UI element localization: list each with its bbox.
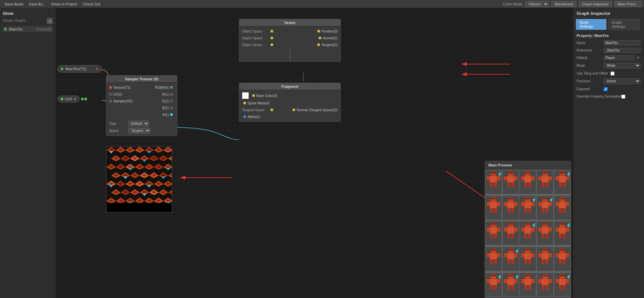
inspector-mode-select[interactable]: White Black Gray Bump	[604, 63, 641, 68]
sidebar-item-dot	[4, 28, 7, 31]
fragment-sprite-mask-dot	[243, 102, 246, 104]
sprite-cell	[520, 246, 537, 272]
sidebar-title: Glow	[3, 11, 53, 16]
save-as-button[interactable]: Save As...	[27, 1, 48, 7]
check-out-button[interactable]: Check Out	[81, 1, 102, 7]
uv0-out-dot-1	[81, 98, 84, 100]
sprite-cell	[502, 170, 519, 195]
sidebar-item-label: MainTex	[9, 27, 23, 31]
inspector-default-input[interactable]	[604, 55, 635, 60]
sprite-cell	[520, 170, 537, 195]
graph-inspector-tab-button[interactable]: Graph Inspector	[579, 1, 612, 7]
sprite-cell	[502, 272, 519, 297]
graph-settings-subtab[interactable]: Graph Settings	[608, 19, 640, 30]
vertex-position-out-dot	[317, 30, 320, 33]
maintex-pill-node[interactable]: MainTex(T2) ⊗	[58, 65, 102, 73]
inspector-subtabs: Node Settings Graph Settings	[573, 18, 644, 32]
save-asset-button[interactable]: Save Asset	[3, 1, 25, 7]
inspector-mode-row: Mode White Black Gray Bump	[573, 62, 644, 70]
maintex-label: MainTex(T2)	[65, 67, 86, 71]
sample-texture-node[interactable]: Sample Texture 2D Texture(T2) UV(2)	[106, 75, 177, 136]
inspector-reference-input[interactable]	[604, 48, 641, 53]
sprite-cell	[554, 170, 571, 195]
sample-texture-header: Sample Texture 2D	[106, 76, 177, 83]
sprite-cell	[520, 221, 537, 246]
sample-tex-input-sampler: Sampler(SS)	[106, 98, 152, 104]
inspector-override-row: Override Property Declaration	[573, 93, 644, 100]
sample-tex-output-g: G(1)	[159, 98, 176, 104]
vertex-port-tangent: Object Space Tangent(3)	[239, 41, 340, 48]
canvas: Vertex Object Space Position(3) Object S…	[56, 8, 644, 298]
sample-tex-g-dot	[170, 100, 173, 102]
sample-tex-output-rgba: RGBA(4)	[152, 84, 176, 91]
sample-tex-space-row: Space Tangent	[106, 127, 177, 134]
white-color-swatch[interactable]	[242, 92, 249, 99]
fragment-port-alpha: Alpha(1)	[239, 113, 340, 120]
color-mode-label: Color Mode	[503, 2, 522, 6]
inspector-title: Graph Inspector	[573, 8, 644, 18]
sprite-cell	[554, 246, 571, 272]
inspector-section-title: Property: MainTex	[573, 32, 644, 39]
sprite-cell	[520, 272, 537, 297]
node-settings-subtab[interactable]: Node Settings	[576, 19, 606, 30]
sprite-cell	[537, 246, 554, 272]
inspector-exposed-checkbox[interactable]	[604, 87, 608, 91]
sprite-cell	[554, 272, 571, 297]
uv0-pill-node[interactable]: UV0 ▼	[58, 96, 87, 102]
fragment-normal-in-dot	[270, 108, 273, 111]
main-preview-content	[485, 170, 571, 297]
sprite-cell	[485, 246, 502, 272]
main-preview-title: Main Preview	[485, 161, 571, 170]
sidebar-add-button[interactable]: +	[47, 18, 53, 24]
vertex-tangent-out-dot	[317, 43, 320, 46]
vertex-position-dot	[270, 30, 273, 33]
sidebar-item-maintex[interactable]: MainTex Texture2D	[3, 26, 53, 32]
inspector-exposed-row: Exposed	[573, 85, 644, 93]
sprite-cell	[485, 272, 502, 297]
fragment-port-normal: Tangent Space Normal (Tangent Space)(3)	[239, 106, 340, 113]
main-preview-panel: Main Preview	[485, 161, 571, 298]
uv0-arrow-icon[interactable]: ▼	[73, 97, 77, 101]
fragment-base-color-dot	[252, 94, 255, 97]
inspector-tiling-row: Use Tiling and Offset	[573, 70, 644, 77]
color-mode-select[interactable]: <None>	[525, 1, 549, 7]
uv0-pill[interactable]: UV0 ▼	[58, 96, 80, 102]
sprite-cell	[502, 195, 519, 221]
vertex-port-position: Object Space Position(3)	[239, 28, 340, 35]
sprite-cell	[502, 221, 519, 246]
sample-tex-type-select[interactable]: Default	[128, 121, 149, 126]
vertex-node-header: Vertex	[239, 19, 340, 26]
show-in-project-button[interactable]: Show In Project	[49, 1, 79, 7]
uv0-out-dot-2	[84, 98, 87, 100]
eye-icon[interactable]: 👁	[636, 56, 641, 60]
maintex-active-dot	[61, 67, 63, 70]
inspector-tiling-checkbox[interactable]	[610, 72, 615, 76]
maintex-error-icon: ⊗	[95, 66, 99, 71]
main-preview-tab-button[interactable]: Main Previ...	[615, 1, 641, 7]
sprite-cell	[537, 195, 554, 221]
texture-preview	[106, 146, 172, 213]
toolbar: Save Asset Save As... Show In Project Ch…	[0, 0, 644, 8]
sprite-cell	[485, 170, 502, 195]
fragment-node[interactable]: Fragment Base Color(3) Sprite Mask(4) Ta…	[239, 83, 341, 122]
inspector-reference-row: Reference	[573, 47, 644, 54]
sample-tex-space-select[interactable]: Tangent	[128, 128, 150, 134]
blackboard-tab-button[interactable]: Blackboard	[551, 1, 576, 7]
sidebar-item-type: Texture2D	[36, 27, 52, 31]
inspector-name-input[interactable]	[604, 40, 641, 45]
vertex-normal-in-dot	[270, 37, 273, 39]
sample-tex-output-b: B(1)	[160, 104, 176, 111]
vertex-node[interactable]: Vertex Object Space Position(3) Object S…	[239, 19, 341, 62]
sprite-cell	[485, 221, 502, 246]
texture-preview-canvas	[106, 147, 172, 213]
sample-tex-output-a: A(1)	[160, 111, 176, 118]
sample-tex-output-r: R(1)	[160, 91, 176, 98]
sprite-cell	[502, 246, 519, 272]
inspector-precision-select[interactable]: Inherit Half Full	[604, 78, 641, 84]
vertex-port-normal: Object Space Normal(3)	[239, 35, 340, 41]
sample-tex-uv-dot	[109, 93, 112, 96]
sprite-cell	[537, 221, 554, 246]
inspector-override-checkbox[interactable]	[621, 95, 625, 99]
sprite-cell	[485, 195, 502, 221]
sidebar: Glow Shader Graphs + MainTex Texture2D	[0, 8, 56, 298]
